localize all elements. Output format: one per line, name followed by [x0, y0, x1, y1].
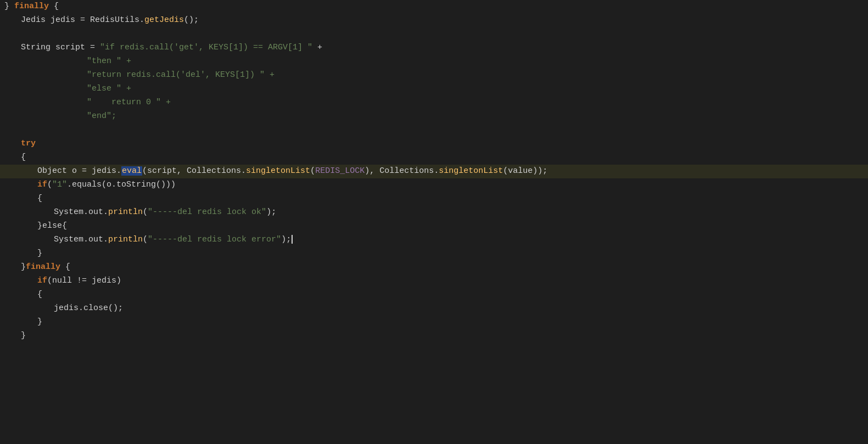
code-text — [4, 123, 9, 137]
code-line-18: System.out.println("-----del redis lock … — [0, 233, 868, 247]
code-line-8: " return 0 " + — [0, 96, 868, 110]
code-text: { — [37, 288, 42, 301]
code-line-3 — [0, 27, 868, 41]
code-text: }finally { — [21, 261, 70, 274]
code-line-5: "then " + — [0, 55, 868, 69]
code-line-20: }finally { — [0, 261, 868, 274]
code-text: "then " + — [87, 55, 131, 68]
code-text: { — [37, 192, 42, 205]
code-line-14: if("1".equals(o.toString())) — [0, 178, 868, 192]
code-line-13: Object o = jedis.eval(script, Collection… — [0, 165, 868, 178]
code-text: "else " + — [87, 82, 131, 95]
code-text: } — [21, 329, 26, 342]
text-cursor — [292, 235, 293, 244]
code-line-17: }else{ — [0, 220, 868, 233]
code-line-24: } — [0, 316, 868, 329]
code-line-25: } — [0, 329, 868, 343]
code-text: }else{ — [37, 220, 67, 233]
code-text: try — [21, 137, 36, 150]
code-text: } — [37, 316, 42, 329]
code-text: } finally { — [4, 0, 59, 13]
code-line-10 — [0, 123, 868, 137]
code-text: "end"; — [87, 110, 116, 123]
code-line-16: System.out.println("-----del redis lock … — [0, 206, 868, 220]
code-editor: } finally { Jedis jedis = RedisUtils.get… — [0, 0, 868, 444]
code-line-22: { — [0, 288, 868, 302]
code-text: "return redis.call('del', KEYS[1]) " + — [87, 69, 275, 82]
code-text: jedis.close(); — [54, 302, 123, 315]
code-line-7: "else " + — [0, 82, 868, 96]
code-text: String script = "if redis.call('get', KE… — [21, 41, 322, 54]
code-line-21: if(null != jedis) — [0, 274, 868, 288]
code-text: { — [21, 151, 26, 164]
code-line-4: String script = "if redis.call('get', KE… — [0, 41, 868, 55]
code-text — [4, 27, 9, 41]
code-text: if("1".equals(o.toString())) — [37, 178, 176, 192]
code-line-6: "return redis.call('del', KEYS[1]) " + — [0, 69, 868, 82]
code-text: System.out.println("-----del redis lock … — [54, 206, 276, 219]
code-line-9: "end"; — [0, 110, 868, 123]
code-line-12: { — [0, 151, 868, 165]
code-line-23: jedis.close(); — [0, 302, 868, 316]
code-line-2: Jedis jedis = RedisUtils.getJedis(); — [0, 14, 868, 27]
code-text: " return 0 " + — [87, 96, 171, 109]
code-line-15: { — [0, 192, 868, 206]
code-line-11: try — [0, 137, 868, 151]
code-text: } — [37, 247, 42, 260]
code-text: Object o = jedis.eval(script, Collection… — [37, 165, 547, 178]
code-text: if(null != jedis) — [37, 274, 121, 288]
code-text: Jedis jedis = RedisUtils.getJedis(); — [21, 14, 199, 27]
code-text: System.out.println("-----del redis lock … — [54, 233, 293, 246]
code-line-19: } — [0, 247, 868, 261]
code-line-1: } finally { — [0, 0, 868, 14]
